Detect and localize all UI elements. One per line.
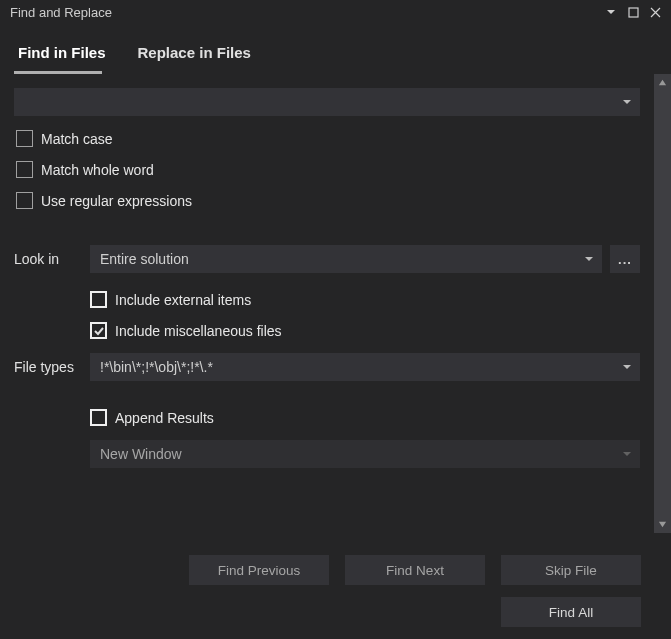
dropdown-icon[interactable] [601, 2, 621, 22]
svg-rect-0 [629, 8, 638, 17]
append-results-label: Append Results [115, 410, 214, 426]
include-misc-checkbox[interactable] [90, 322, 107, 339]
lookin-combo[interactable]: Entire solution [90, 245, 602, 273]
footer: Find Previous Find Next Skip File Find A… [0, 533, 671, 639]
vertical-scrollbar[interactable] [654, 74, 671, 533]
include-misc-label: Include miscellaneous files [115, 323, 282, 339]
append-results-checkbox[interactable] [90, 409, 107, 426]
chevron-down-icon [622, 447, 632, 462]
include-external-checkbox[interactable] [90, 291, 107, 308]
chevron-down-icon [622, 95, 632, 110]
results-target-value: New Window [100, 446, 622, 462]
use-regex-checkbox[interactable] [16, 192, 33, 209]
filetypes-value: !*\bin\*;!*\obj\*;!*\.* [100, 359, 622, 375]
chevron-down-icon [622, 360, 632, 375]
use-regex-label: Use regular expressions [41, 193, 192, 209]
lookin-label: Look in [14, 251, 90, 267]
find-previous-button[interactable]: Find Previous [189, 555, 329, 585]
lookin-value: Entire solution [100, 251, 584, 267]
browse-button[interactable]: ... [610, 245, 640, 273]
tabbar: Find in Files Replace in Files [0, 24, 671, 71]
scroll-up-icon[interactable] [655, 75, 670, 90]
include-external-label: Include external items [115, 292, 251, 308]
match-case-checkbox[interactable] [16, 130, 33, 147]
find-next-button[interactable]: Find Next [345, 555, 485, 585]
match-case-label: Match case [41, 131, 113, 147]
match-whole-word-label: Match whole word [41, 162, 154, 178]
scroll-down-icon[interactable] [655, 517, 670, 532]
filetypes-combo[interactable]: !*\bin\*;!*\obj\*;!*\.* [90, 353, 640, 381]
results-target-combo[interactable]: New Window [90, 440, 640, 468]
filetypes-label: File types [14, 359, 90, 375]
window-title: Find and Replace [10, 5, 599, 20]
skip-file-button[interactable]: Skip File [501, 555, 641, 585]
titlebar: Find and Replace [0, 0, 671, 24]
maximize-icon[interactable] [623, 2, 643, 22]
tab-find-in-files[interactable]: Find in Files [14, 38, 110, 71]
chevron-down-icon [584, 252, 594, 267]
match-whole-word-checkbox[interactable] [16, 161, 33, 178]
search-term-combo[interactable] [14, 88, 640, 116]
tab-replace-in-files[interactable]: Replace in Files [134, 38, 255, 71]
find-all-button[interactable]: Find All [501, 597, 641, 627]
close-icon[interactable] [645, 2, 665, 22]
